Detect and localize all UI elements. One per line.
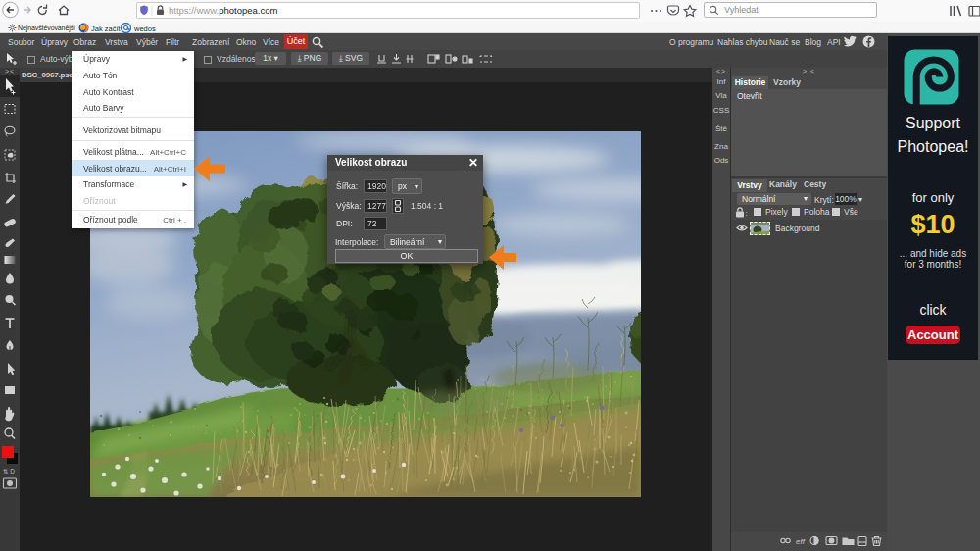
svg-text::: : bbox=[746, 209, 748, 218]
svg-text:eff: eff bbox=[796, 537, 806, 546]
svg-text:⇅ D: ⇅ D bbox=[3, 468, 15, 475]
